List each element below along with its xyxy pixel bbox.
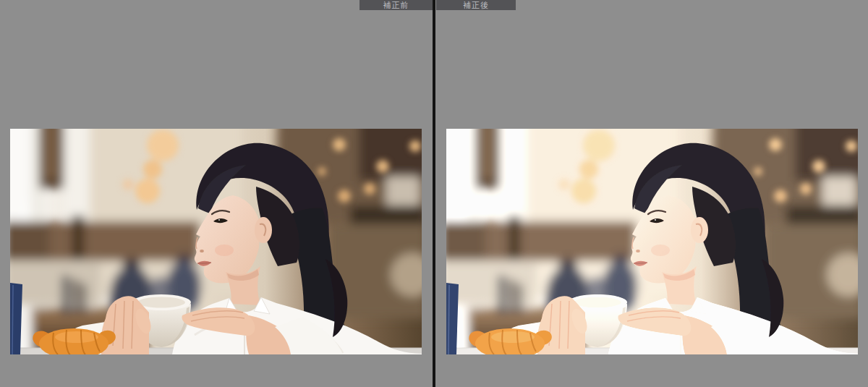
after-photo[interactable] bbox=[446, 129, 858, 354]
compare-view: 補正前 補正後 bbox=[0, 0, 868, 387]
before-photo-scene bbox=[10, 129, 422, 354]
before-label: 補正前 bbox=[359, 0, 433, 10]
after-label: 補正後 bbox=[436, 0, 516, 10]
before-photo[interactable] bbox=[10, 129, 422, 354]
after-photo-scene bbox=[446, 129, 858, 354]
split-divider bbox=[433, 0, 435, 387]
